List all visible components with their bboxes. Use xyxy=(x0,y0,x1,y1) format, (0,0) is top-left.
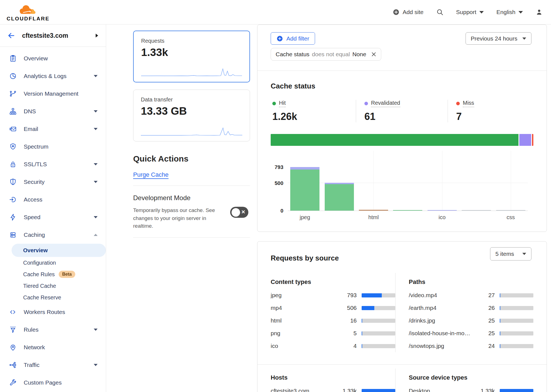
source-row-value: 1.33k xyxy=(477,388,495,392)
legend-miss: Miss 7 xyxy=(448,100,474,122)
source-row[interactable]: mp4 506 xyxy=(271,302,395,314)
source-row-bar xyxy=(500,293,533,297)
plus-circle-icon xyxy=(393,9,400,16)
sidebar-item[interactable]: Network xyxy=(0,339,106,356)
server-stack-icon xyxy=(9,231,17,239)
bar-segment xyxy=(428,210,457,211)
beta-badge: Beta xyxy=(59,271,76,278)
filter-value: None xyxy=(352,51,366,58)
bar-segment xyxy=(325,184,354,211)
source-row[interactable]: /isolated-house-in-mo… 25 xyxy=(409,327,533,340)
hosts-title: Hosts xyxy=(271,374,395,381)
source-row[interactable]: /snowtops.jpg 24 xyxy=(409,340,533,352)
development-mode-toggle[interactable]: ✕ xyxy=(230,207,248,218)
purge-cache-link[interactable]: Purge Cache xyxy=(133,171,168,178)
add-filter-label: Add filter xyxy=(286,35,309,42)
source-row-bar-fill xyxy=(500,344,500,348)
chevron-down-icon xyxy=(522,253,526,255)
source-row[interactable]: /earth.mp4 26 xyxy=(409,302,533,314)
filter-row: Add filter Cache status does not equal N… xyxy=(257,25,547,61)
expand-site-menu-icon[interactable] xyxy=(96,34,98,37)
source-row-bar xyxy=(500,306,533,310)
source-row-bar-fill xyxy=(362,344,362,348)
support-menu[interactable]: Support xyxy=(456,9,484,15)
hit-label[interactable]: Hit xyxy=(279,100,286,107)
hierarchy-icon xyxy=(9,108,17,115)
site-name: cftestsite3.com xyxy=(22,32,89,39)
chevron-icon xyxy=(94,216,98,218)
filter-chip[interactable]: Cache status does not equal None xyxy=(271,48,381,61)
remove-filter-icon[interactable] xyxy=(370,51,377,58)
sidebar-item[interactable]: Overview xyxy=(0,50,106,67)
requests-card[interactable]: Requests 1.33k xyxy=(133,31,250,82)
sidebar-item-label: Security xyxy=(24,179,87,185)
y-axis-tick: 500 xyxy=(275,180,283,186)
source-row[interactable]: cftestsite3.com 1.33k xyxy=(271,385,395,392)
source-row-bar-fill xyxy=(362,331,362,335)
sidebar-item[interactable]: Security xyxy=(0,173,106,191)
revalidated-label[interactable]: Revalidated xyxy=(371,100,400,107)
toggle-knob xyxy=(232,208,240,217)
divider xyxy=(257,364,547,365)
miss-dot-icon xyxy=(456,102,460,105)
toggle-off-x-icon: ✕ xyxy=(241,209,245,215)
search-icon[interactable] xyxy=(436,9,444,16)
sidebar-item[interactable]: Version Management xyxy=(0,85,106,103)
source-row[interactable]: jpeg 793 xyxy=(271,289,395,302)
data-transfer-card[interactable]: Data transfer 13.33 GB xyxy=(133,90,250,141)
source-row[interactable]: html 16 xyxy=(271,314,395,327)
sidebar-item[interactable]: Spectrum xyxy=(0,138,106,155)
language-menu[interactable]: English xyxy=(496,9,523,15)
source-row-label: /video.mp4 xyxy=(409,292,472,299)
bar xyxy=(496,210,525,211)
sidebar-item[interactable]: Caching xyxy=(0,226,106,244)
source-row-label: mp4 xyxy=(271,305,334,311)
wrench-icon xyxy=(9,379,17,386)
sidebar-item[interactable]: Email xyxy=(0,120,106,138)
add-site-button[interactable]: Add site xyxy=(393,9,424,16)
back-arrow-icon[interactable] xyxy=(7,31,15,40)
share-nodes-icon xyxy=(9,361,17,369)
add-filter-button[interactable]: Add filter xyxy=(271,32,315,45)
bar xyxy=(462,210,491,211)
bar-slot xyxy=(322,167,356,211)
y-axis-tick: 793 xyxy=(275,164,283,170)
source-row[interactable]: /drinks.jpg 25 xyxy=(409,314,533,327)
x-axis-label: css xyxy=(494,214,528,221)
items-count-label: 5 items xyxy=(495,251,514,257)
cache-status-stacked-bar xyxy=(271,134,533,146)
user-icon[interactable] xyxy=(536,9,543,16)
sidebar-nav: Overview Analytics & Logs Version Manage… xyxy=(0,47,106,391)
source-device-types-title: Source device types xyxy=(409,374,533,381)
sidebar-item[interactable]: Analytics & Logs xyxy=(0,67,106,85)
miss-label[interactable]: Miss xyxy=(463,100,474,107)
sidebar-subitem[interactable]: Cache Reserve xyxy=(12,292,106,303)
sidebar-subitem[interactable]: Cache Rules Beta xyxy=(12,269,106,280)
bar-segment xyxy=(496,210,525,211)
sidebar-item[interactable]: Traffic xyxy=(0,356,106,374)
source-row[interactable]: png 5 xyxy=(271,327,395,340)
source-row[interactable]: ico 4 xyxy=(271,340,395,352)
bar-slot xyxy=(459,167,493,211)
time-range-label: Previous 24 hours xyxy=(471,35,517,42)
time-range-select[interactable]: Previous 24 hours xyxy=(466,32,531,45)
bar-slot: ico xyxy=(425,167,459,211)
sidebar-subitem[interactable]: Overview xyxy=(12,244,106,257)
source-row[interactable]: Desktop 1.33k xyxy=(409,385,533,392)
items-count-select[interactable]: 5 items xyxy=(490,247,531,261)
bar-segment xyxy=(290,167,319,170)
sidebar-item[interactable]: DNS xyxy=(0,103,106,120)
paths-title: Paths xyxy=(409,278,533,286)
sidebar-item[interactable]: Workers Routes xyxy=(0,303,106,321)
sidebar-item[interactable]: Rules xyxy=(0,321,106,339)
source-row[interactable]: /video.mp4 27 xyxy=(409,289,533,302)
sidebar-subitem[interactable]: Tiered Cache xyxy=(12,280,106,292)
sidebar-item[interactable]: Custom Pages xyxy=(0,374,106,391)
cloudflare-logo[interactable]: CLOUDFLARE xyxy=(7,3,50,22)
sidebar-item[interactable]: Access xyxy=(0,191,106,208)
sidebar-item[interactable]: SSL/TLS xyxy=(0,155,106,173)
source-row-label: html xyxy=(271,317,334,324)
sidebar-item[interactable]: Speed xyxy=(0,208,106,226)
chevron-icon xyxy=(94,75,98,77)
sidebar-subitem[interactable]: Configuration xyxy=(12,257,106,269)
